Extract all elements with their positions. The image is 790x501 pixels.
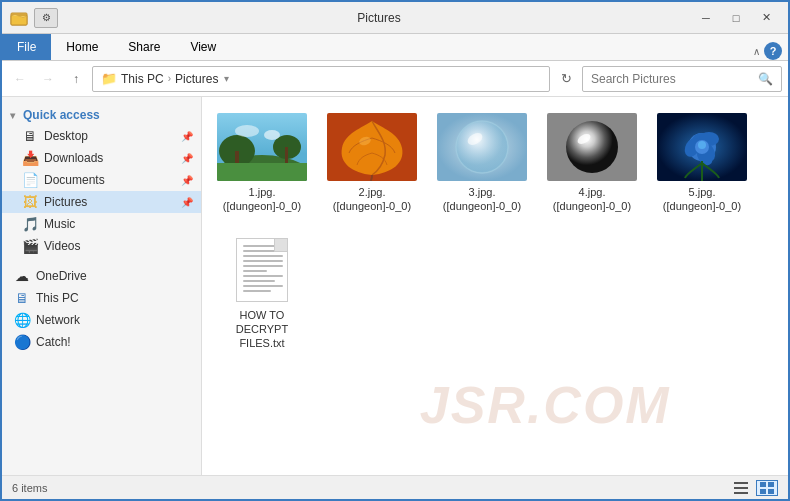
sidebar: ▾ Quick access 🖥 Desktop 📌 📥 Downloads 📌… (2, 97, 202, 475)
quick-access-header[interactable]: ▾ Quick access (2, 105, 201, 125)
sidebar-item-documents[interactable]: 📄 Documents 📌 (2, 169, 201, 191)
list-item[interactable]: 5.jpg.([dungeon]-0_0) (652, 107, 752, 220)
item-count: 6 items (12, 482, 47, 494)
search-box[interactable]: 🔍 (582, 66, 782, 92)
window-icon (10, 9, 28, 27)
svg-rect-30 (734, 482, 748, 484)
path-dropdown-arrow[interactable]: ▾ (224, 73, 229, 84)
svg-rect-8 (217, 163, 307, 181)
back-button[interactable]: ← (8, 67, 32, 91)
pictures-icon: 🖼 (22, 194, 38, 210)
view-controls (730, 480, 778, 496)
catch-icon: 🔵 (14, 334, 30, 350)
ribbon-collapse-button[interactable]: ∧ (753, 46, 760, 57)
file-thumbnail (657, 113, 747, 181)
quick-access-toolbar: ⚙ (34, 8, 58, 28)
doc-line (243, 250, 283, 252)
sidebar-item-desktop[interactable]: 🖥 Desktop 📌 (2, 125, 201, 147)
file-name: 3.jpg.([dungeon]-0_0) (436, 185, 528, 214)
sidebar-item-pictures[interactable]: 🖼 Pictures 📌 (2, 191, 201, 213)
search-input[interactable] (591, 72, 754, 86)
sidebar-desktop-label: Desktop (44, 129, 88, 143)
file-name: 1.jpg.([dungeon]-0_0) (216, 185, 308, 214)
up-button[interactable]: ↑ (64, 67, 88, 91)
documents-pin-icon: 📌 (181, 175, 193, 186)
list-item[interactable]: 1.jpg.([dungeon]-0_0) (212, 107, 312, 220)
desktop-icon: 🖥 (22, 128, 38, 144)
svg-point-10 (235, 125, 259, 137)
documents-icon: 📄 (22, 172, 38, 188)
title-bar: ⚙ Pictures ─ □ ✕ (2, 2, 788, 34)
sidebar-item-catch[interactable]: 🔵 Catch! (2, 331, 201, 353)
sidebar-documents-label: Documents (44, 173, 105, 187)
minimize-button[interactable]: ─ (692, 8, 720, 28)
onedrive-icon: ☁ (14, 268, 30, 284)
doc-line (243, 265, 283, 267)
file-name: HOW TO DECRYPT FILES.txt (216, 308, 308, 351)
properties-btn[interactable]: ⚙ (34, 8, 58, 28)
file-thumbnail (327, 113, 417, 181)
file-thumbnail (217, 236, 307, 304)
doc-line (243, 245, 283, 247)
window: ⚙ Pictures ─ □ ✕ File Home Share View ∧ (0, 0, 790, 501)
list-item[interactable]: 3.jpg.([dungeon]-0_0) (432, 107, 532, 220)
sidebar-onedrive-label: OneDrive (36, 269, 87, 283)
svg-rect-32 (734, 492, 748, 494)
file-thumbnail (217, 113, 307, 181)
address-bar: ← → ↑ 📁 This PC › Pictures ▾ ↻ 🔍 (2, 61, 788, 97)
svg-point-28 (698, 141, 706, 149)
tab-share[interactable]: Share (113, 34, 175, 60)
file-thumbnail (547, 113, 637, 181)
quick-access-label: Quick access (23, 108, 100, 122)
list-item[interactable]: 2.jpg.([dungeon]-0_0) (322, 107, 422, 220)
search-icon: 🔍 (758, 72, 773, 86)
svg-point-18 (566, 121, 618, 173)
tab-file[interactable]: File (2, 34, 51, 60)
forward-button[interactable]: → (36, 67, 60, 91)
network-icon: 🌐 (14, 312, 30, 328)
sidebar-music-label: Music (44, 217, 75, 231)
list-item[interactable]: 4.jpg.([dungeon]-0_0) (542, 107, 642, 220)
sidebar-item-thispc[interactable]: 🖥 This PC (2, 287, 201, 309)
path-pictures[interactable]: Pictures (175, 72, 218, 86)
doc-icon (217, 236, 307, 304)
sidebar-item-onedrive[interactable]: ☁ OneDrive (2, 265, 201, 287)
svg-point-9 (264, 130, 280, 140)
list-item[interactable]: HOW TO DECRYPT FILES.txt (212, 230, 312, 357)
sidebar-videos-label: Videos (44, 239, 80, 253)
svg-rect-34 (768, 482, 774, 487)
status-bar: 6 items (2, 475, 788, 499)
list-view-button[interactable] (730, 480, 752, 496)
path-thispc[interactable]: This PC (121, 72, 164, 86)
path-separator-1: › (168, 73, 171, 84)
svg-rect-31 (734, 487, 748, 489)
ribbon-tabs: File Home Share View ∧ ? (2, 34, 788, 60)
doc-page (236, 238, 288, 302)
window-title: Pictures (66, 11, 692, 25)
address-path[interactable]: 📁 This PC › Pictures ▾ (92, 66, 550, 92)
doc-line (243, 280, 275, 282)
sidebar-item-videos[interactable]: 🎬 Videos (2, 235, 201, 257)
tile-view-button[interactable] (756, 480, 778, 496)
sidebar-item-music[interactable]: 🎵 Music (2, 213, 201, 235)
refresh-button[interactable]: ↻ (554, 67, 578, 91)
help-button[interactable]: ? (764, 42, 782, 60)
close-button[interactable]: ✕ (752, 8, 780, 28)
sidebar-item-network[interactable]: 🌐 Network (2, 309, 201, 331)
ribbon: File Home Share View ∧ ? (2, 34, 788, 61)
tab-home[interactable]: Home (51, 34, 113, 60)
svg-rect-35 (760, 489, 766, 494)
watermark: JSR.COM (420, 375, 671, 435)
sidebar-pictures-label: Pictures (44, 195, 87, 209)
maximize-button[interactable]: □ (722, 8, 750, 28)
downloads-icon: 📥 (22, 150, 38, 166)
doc-line (243, 270, 267, 272)
doc-line (243, 275, 283, 277)
window-controls: ─ □ ✕ (692, 8, 780, 28)
pictures-pin-icon: 📌 (181, 197, 193, 208)
doc-line (243, 255, 283, 257)
tab-view[interactable]: View (175, 34, 231, 60)
svg-rect-33 (760, 482, 766, 487)
svg-rect-36 (768, 489, 774, 494)
sidebar-item-downloads[interactable]: 📥 Downloads 📌 (2, 147, 201, 169)
